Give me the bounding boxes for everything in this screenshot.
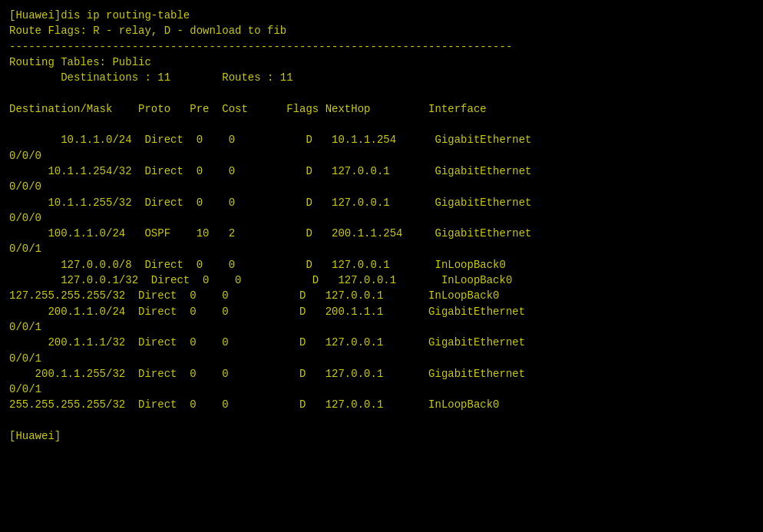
terminal-content: [Huawei]dis ip routing-table Route Flags… [9,8,754,444]
terminal-window[interactable]: [Huawei]dis ip routing-table Route Flags… [0,0,763,532]
